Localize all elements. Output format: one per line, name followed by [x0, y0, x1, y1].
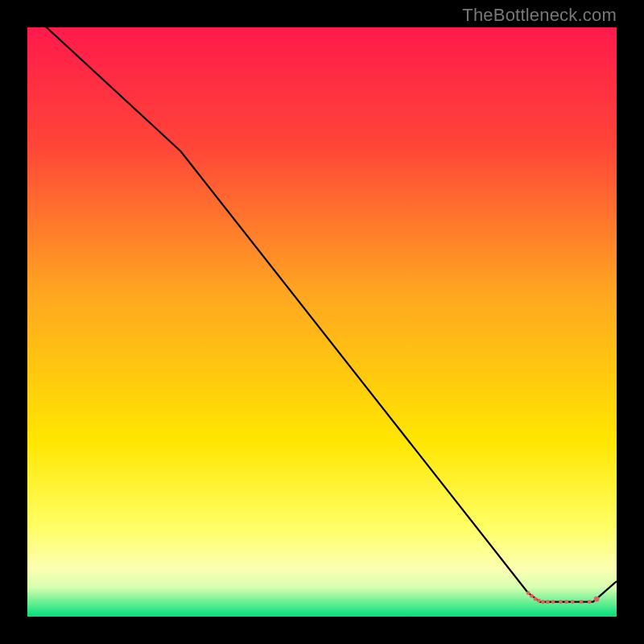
- valley-marker: [580, 600, 584, 604]
- valley-marker: [546, 600, 550, 604]
- chart-frame: TheBottleneck.com: [0, 0, 644, 644]
- valley-marker: [530, 594, 534, 598]
- gradient-background: [27, 27, 617, 617]
- chart-plot: [27, 27, 617, 617]
- valley-marker: [537, 599, 541, 603]
- valley-marker: [559, 600, 563, 604]
- valley-marker: [534, 597, 538, 601]
- valley-marker: [588, 600, 592, 604]
- valley-marker: [526, 591, 530, 595]
- valley-marker: [564, 600, 568, 604]
- valley-marker: [594, 597, 600, 602]
- valley-marker: [551, 600, 555, 604]
- valley-marker: [571, 600, 575, 604]
- watermark-text: TheBottleneck.com: [462, 5, 617, 26]
- valley-marker: [541, 600, 545, 604]
